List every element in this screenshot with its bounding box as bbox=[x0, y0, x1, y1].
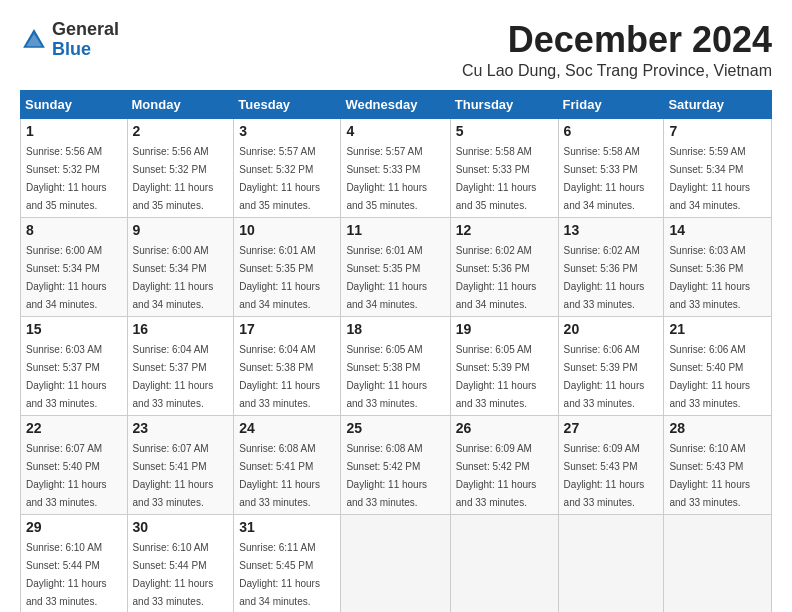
day-info: Sunrise: 6:00 AM Sunset: 5:34 PM Dayligh… bbox=[133, 245, 214, 310]
day-cell: 25Sunrise: 6:08 AM Sunset: 5:42 PM Dayli… bbox=[341, 415, 450, 514]
day-cell: 27Sunrise: 6:09 AM Sunset: 5:43 PM Dayli… bbox=[558, 415, 664, 514]
day-info: Sunrise: 6:10 AM Sunset: 5:44 PM Dayligh… bbox=[26, 542, 107, 607]
day-cell: 29Sunrise: 6:10 AM Sunset: 5:44 PM Dayli… bbox=[21, 514, 128, 612]
day-cell: 11Sunrise: 6:01 AM Sunset: 5:35 PM Dayli… bbox=[341, 217, 450, 316]
day-info: Sunrise: 5:57 AM Sunset: 5:32 PM Dayligh… bbox=[239, 146, 320, 211]
day-info: Sunrise: 6:07 AM Sunset: 5:41 PM Dayligh… bbox=[133, 443, 214, 508]
day-info: Sunrise: 6:04 AM Sunset: 5:37 PM Dayligh… bbox=[133, 344, 214, 409]
day-cell: 2Sunrise: 5:56 AM Sunset: 5:32 PM Daylig… bbox=[127, 118, 234, 217]
day-number: 23 bbox=[133, 420, 229, 436]
day-cell bbox=[558, 514, 664, 612]
day-info: Sunrise: 6:06 AM Sunset: 5:40 PM Dayligh… bbox=[669, 344, 750, 409]
day-info: Sunrise: 5:58 AM Sunset: 5:33 PM Dayligh… bbox=[564, 146, 645, 211]
day-info: Sunrise: 6:10 AM Sunset: 5:44 PM Dayligh… bbox=[133, 542, 214, 607]
day-number: 20 bbox=[564, 321, 659, 337]
day-cell: 20Sunrise: 6:06 AM Sunset: 5:39 PM Dayli… bbox=[558, 316, 664, 415]
day-number: 8 bbox=[26, 222, 122, 238]
day-number: 7 bbox=[669, 123, 766, 139]
week-row-5: 29Sunrise: 6:10 AM Sunset: 5:44 PM Dayli… bbox=[21, 514, 772, 612]
week-row-4: 22Sunrise: 6:07 AM Sunset: 5:40 PM Dayli… bbox=[21, 415, 772, 514]
day-number: 13 bbox=[564, 222, 659, 238]
day-number: 17 bbox=[239, 321, 335, 337]
day-info: Sunrise: 6:08 AM Sunset: 5:42 PM Dayligh… bbox=[346, 443, 427, 508]
day-info: Sunrise: 5:57 AM Sunset: 5:33 PM Dayligh… bbox=[346, 146, 427, 211]
day-cell: 23Sunrise: 6:07 AM Sunset: 5:41 PM Dayli… bbox=[127, 415, 234, 514]
day-cell: 8Sunrise: 6:00 AM Sunset: 5:34 PM Daylig… bbox=[21, 217, 128, 316]
header-cell-sunday: Sunday bbox=[21, 90, 128, 118]
day-cell: 31Sunrise: 6:11 AM Sunset: 5:45 PM Dayli… bbox=[234, 514, 341, 612]
day-cell: 9Sunrise: 6:00 AM Sunset: 5:34 PM Daylig… bbox=[127, 217, 234, 316]
day-info: Sunrise: 6:02 AM Sunset: 5:36 PM Dayligh… bbox=[564, 245, 645, 310]
day-cell: 21Sunrise: 6:06 AM Sunset: 5:40 PM Dayli… bbox=[664, 316, 772, 415]
logo: General Blue bbox=[20, 20, 119, 60]
day-cell bbox=[664, 514, 772, 612]
day-number: 16 bbox=[133, 321, 229, 337]
day-number: 19 bbox=[456, 321, 553, 337]
day-number: 1 bbox=[26, 123, 122, 139]
day-info: Sunrise: 5:58 AM Sunset: 5:33 PM Dayligh… bbox=[456, 146, 537, 211]
day-cell: 24Sunrise: 6:08 AM Sunset: 5:41 PM Dayli… bbox=[234, 415, 341, 514]
day-number: 12 bbox=[456, 222, 553, 238]
calendar-table: SundayMondayTuesdayWednesdayThursdayFrid… bbox=[20, 90, 772, 612]
header-row: SundayMondayTuesdayWednesdayThursdayFrid… bbox=[21, 90, 772, 118]
day-info: Sunrise: 5:56 AM Sunset: 5:32 PM Dayligh… bbox=[133, 146, 214, 211]
logo-text: General Blue bbox=[52, 20, 119, 60]
day-cell: 14Sunrise: 6:03 AM Sunset: 5:36 PM Dayli… bbox=[664, 217, 772, 316]
logo-icon bbox=[20, 26, 48, 54]
day-number: 30 bbox=[133, 519, 229, 535]
day-cell: 16Sunrise: 6:04 AM Sunset: 5:37 PM Dayli… bbox=[127, 316, 234, 415]
header-cell-saturday: Saturday bbox=[664, 90, 772, 118]
week-row-3: 15Sunrise: 6:03 AM Sunset: 5:37 PM Dayli… bbox=[21, 316, 772, 415]
day-info: Sunrise: 6:09 AM Sunset: 5:43 PM Dayligh… bbox=[564, 443, 645, 508]
day-info: Sunrise: 6:00 AM Sunset: 5:34 PM Dayligh… bbox=[26, 245, 107, 310]
day-number: 26 bbox=[456, 420, 553, 436]
day-info: Sunrise: 6:05 AM Sunset: 5:39 PM Dayligh… bbox=[456, 344, 537, 409]
day-cell: 3Sunrise: 5:57 AM Sunset: 5:32 PM Daylig… bbox=[234, 118, 341, 217]
day-cell: 7Sunrise: 5:59 AM Sunset: 5:34 PM Daylig… bbox=[664, 118, 772, 217]
day-cell: 1Sunrise: 5:56 AM Sunset: 5:32 PM Daylig… bbox=[21, 118, 128, 217]
day-info: Sunrise: 6:03 AM Sunset: 5:37 PM Dayligh… bbox=[26, 344, 107, 409]
day-number: 9 bbox=[133, 222, 229, 238]
day-number: 24 bbox=[239, 420, 335, 436]
day-cell: 15Sunrise: 6:03 AM Sunset: 5:37 PM Dayli… bbox=[21, 316, 128, 415]
day-cell: 4Sunrise: 5:57 AM Sunset: 5:33 PM Daylig… bbox=[341, 118, 450, 217]
calendar-title: December 2024 bbox=[462, 20, 772, 60]
day-number: 11 bbox=[346, 222, 444, 238]
header-cell-wednesday: Wednesday bbox=[341, 90, 450, 118]
day-number: 2 bbox=[133, 123, 229, 139]
day-info: Sunrise: 5:56 AM Sunset: 5:32 PM Dayligh… bbox=[26, 146, 107, 211]
calendar-header: SundayMondayTuesdayWednesdayThursdayFrid… bbox=[21, 90, 772, 118]
day-cell: 13Sunrise: 6:02 AM Sunset: 5:36 PM Dayli… bbox=[558, 217, 664, 316]
header-cell-monday: Monday bbox=[127, 90, 234, 118]
day-cell: 18Sunrise: 6:05 AM Sunset: 5:38 PM Dayli… bbox=[341, 316, 450, 415]
day-cell bbox=[341, 514, 450, 612]
day-info: Sunrise: 5:59 AM Sunset: 5:34 PM Dayligh… bbox=[669, 146, 750, 211]
day-info: Sunrise: 6:07 AM Sunset: 5:40 PM Dayligh… bbox=[26, 443, 107, 508]
day-info: Sunrise: 6:06 AM Sunset: 5:39 PM Dayligh… bbox=[564, 344, 645, 409]
day-info: Sunrise: 6:01 AM Sunset: 5:35 PM Dayligh… bbox=[346, 245, 427, 310]
day-cell: 6Sunrise: 5:58 AM Sunset: 5:33 PM Daylig… bbox=[558, 118, 664, 217]
day-number: 18 bbox=[346, 321, 444, 337]
day-cell: 12Sunrise: 6:02 AM Sunset: 5:36 PM Dayli… bbox=[450, 217, 558, 316]
day-number: 28 bbox=[669, 420, 766, 436]
day-cell: 26Sunrise: 6:09 AM Sunset: 5:42 PM Dayli… bbox=[450, 415, 558, 514]
week-row-1: 1Sunrise: 5:56 AM Sunset: 5:32 PM Daylig… bbox=[21, 118, 772, 217]
day-info: Sunrise: 6:04 AM Sunset: 5:38 PM Dayligh… bbox=[239, 344, 320, 409]
day-cell bbox=[450, 514, 558, 612]
day-info: Sunrise: 6:08 AM Sunset: 5:41 PM Dayligh… bbox=[239, 443, 320, 508]
day-number: 21 bbox=[669, 321, 766, 337]
header-cell-thursday: Thursday bbox=[450, 90, 558, 118]
day-number: 29 bbox=[26, 519, 122, 535]
day-number: 5 bbox=[456, 123, 553, 139]
day-info: Sunrise: 6:11 AM Sunset: 5:45 PM Dayligh… bbox=[239, 542, 320, 607]
header-cell-friday: Friday bbox=[558, 90, 664, 118]
day-number: 31 bbox=[239, 519, 335, 535]
calendar-subtitle: Cu Lao Dung, Soc Trang Province, Vietnam bbox=[462, 62, 772, 80]
day-cell: 10Sunrise: 6:01 AM Sunset: 5:35 PM Dayli… bbox=[234, 217, 341, 316]
day-cell: 28Sunrise: 6:10 AM Sunset: 5:43 PM Dayli… bbox=[664, 415, 772, 514]
day-number: 4 bbox=[346, 123, 444, 139]
calendar-body: 1Sunrise: 5:56 AM Sunset: 5:32 PM Daylig… bbox=[21, 118, 772, 612]
day-info: Sunrise: 6:05 AM Sunset: 5:38 PM Dayligh… bbox=[346, 344, 427, 409]
day-number: 3 bbox=[239, 123, 335, 139]
logo-general: General bbox=[52, 19, 119, 39]
